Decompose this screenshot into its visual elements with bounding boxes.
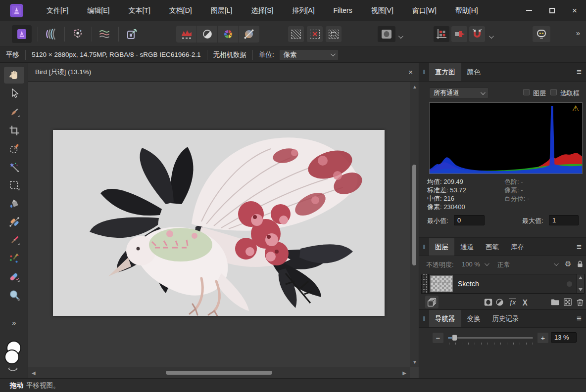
flood-select-tool[interactable] [4, 159, 24, 175]
layer-settings-gear-icon[interactable]: ⚙ [565, 260, 571, 268]
horizontal-scroll-thumb[interactable] [166, 371, 272, 375]
horizontal-scrollbar[interactable]: ◀ ▶ [28, 367, 410, 378]
tab-navigator[interactable]: 导航器 [429, 310, 461, 327]
pattern-layer-button[interactable] [561, 298, 574, 306]
panel-menu-icon[interactable]: ≡ [577, 238, 582, 256]
scroll-down-icon[interactable] [579, 288, 583, 291]
scroll-left-icon[interactable]: ◀ [32, 370, 36, 376]
units-select[interactable]: 像素 [279, 49, 339, 60]
close-button[interactable]: × [563, 0, 586, 21]
zoom-slider-track[interactable] [448, 337, 533, 339]
liquify-persona-button[interactable] [41, 25, 60, 43]
zoom-out-button[interactable]: − [433, 333, 443, 343]
clipping-warning-icon[interactable]: ⚠ [572, 104, 579, 113]
layer-name[interactable]: Sketch [458, 280, 479, 288]
scroll-up-icon[interactable]: ▲ [412, 84, 417, 89]
tab-history[interactable]: 历史记录 [487, 310, 525, 327]
export-persona-button[interactable] [122, 25, 142, 43]
document-page[interactable] [53, 130, 385, 316]
auto-white-balance-button[interactable] [239, 26, 259, 43]
layer-list-scrollbar[interactable] [577, 274, 585, 294]
tools-overflow-chevron[interactable]: » [4, 314, 24, 331]
layer-drag-handle[interactable] [422, 274, 429, 293]
marquee-select-tool[interactable] [4, 177, 24, 194]
swap-colours-icon[interactable] [6, 367, 20, 374]
snapping-options-chevron[interactable] [489, 33, 492, 40]
layer-row-sketch[interactable]: Sketch [421, 274, 578, 294]
auto-colour-button[interactable] [218, 26, 239, 43]
opacity-value[interactable]: 100 % [462, 261, 480, 268]
auto-levels-button[interactable] [176, 26, 197, 43]
colour-replacement-brush-tool[interactable] [4, 250, 24, 267]
mask-layer-button[interactable] [482, 298, 494, 306]
adjustment-layer-button[interactable] [494, 298, 506, 306]
layer-visibility-dot[interactable] [567, 281, 572, 287]
alignment-button[interactable] [434, 26, 449, 42]
paint-brush-tool[interactable] [4, 232, 24, 249]
menu-window[interactable]: 窗口[W] [403, 0, 446, 21]
zoom-in-button[interactable]: + [537, 333, 548, 343]
invert-selection-button[interactable] [326, 26, 342, 42]
min-value-input[interactable] [454, 215, 485, 225]
scroll-up-icon[interactable] [579, 276, 583, 279]
blend-mode-value[interactable]: 正常 [497, 261, 510, 269]
delete-layer-button[interactable] [574, 298, 586, 306]
vertical-scroll-thumb[interactable] [412, 165, 416, 265]
mask-options-chevron[interactable] [398, 33, 402, 40]
tone-mapping-persona-button[interactable] [95, 25, 114, 43]
document-close-icon[interactable]: × [408, 68, 413, 76]
toolbar-overflow-chevron[interactable]: » [576, 29, 580, 37]
menu-document[interactable]: 文档[D] [160, 0, 201, 21]
gradient-tool[interactable] [4, 214, 24, 230]
menu-file[interactable]: 文件[F] [37, 0, 78, 21]
snapping-button[interactable] [469, 26, 485, 42]
mask-layer-button[interactable] [378, 26, 395, 42]
deselect-button[interactable]: × [307, 26, 323, 42]
menu-arrange[interactable]: 排列[A] [283, 0, 324, 21]
select-all-button[interactable] [288, 26, 304, 42]
maximize-button[interactable] [540, 0, 563, 21]
tab-transform[interactable]: 变换 [461, 310, 487, 327]
crop-tool[interactable] [4, 122, 24, 139]
channel-select[interactable]: 所有通道 [429, 87, 488, 98]
zoom-slider-thumb[interactable] [452, 334, 457, 341]
layer-effects-button[interactable]: ƒx [506, 299, 519, 305]
canvas-viewport[interactable] [28, 82, 410, 367]
menu-layer[interactable]: 图层[L] [201, 0, 242, 21]
panel-drag-handle[interactable]: ‖ [419, 238, 429, 256]
develop-persona-button[interactable] [68, 25, 88, 43]
scroll-right-icon[interactable]: ▶ [402, 370, 406, 376]
tab-colour[interactable]: 颜色 [461, 63, 487, 81]
menu-view[interactable]: 视图[V] [362, 0, 403, 21]
duplicate-layer-button[interactable] [425, 296, 439, 308]
menu-filters[interactable]: Filters [324, 0, 362, 21]
minimize-button[interactable] [518, 0, 540, 21]
photo-persona-button[interactable] [12, 25, 32, 43]
tab-channels[interactable]: 通道 [454, 238, 480, 256]
layer-checkbox[interactable] [523, 89, 530, 95]
tab-stock[interactable]: 库存 [505, 238, 530, 256]
tab-histogram[interactable]: 直方图 [429, 63, 461, 81]
zoom-value-input[interactable] [551, 332, 577, 343]
auto-contrast-button[interactable] [197, 26, 218, 43]
document-tab[interactable]: Bird [只读] (13.1%) [35, 68, 91, 77]
tab-layers[interactable]: 图层 [429, 238, 454, 256]
group-layers-button[interactable] [549, 298, 561, 306]
panel-drag-handle[interactable]: ‖ [419, 310, 429, 327]
scroll-down-icon[interactable]: ▼ [412, 359, 417, 365]
panel-menu-icon[interactable]: ≡ [577, 310, 582, 328]
assistant-button[interactable] [533, 26, 550, 42]
menu-edit[interactable]: 编辑[E] [78, 0, 119, 21]
layer-thumbnail[interactable] [430, 275, 453, 292]
tab-brushes[interactable]: 画笔 [480, 238, 505, 256]
view-hand-tool[interactable] [4, 67, 24, 84]
erase-brush-tool[interactable] [4, 268, 24, 285]
colour-picker-tool[interactable] [4, 104, 24, 121]
max-value-input[interactable] [549, 215, 579, 225]
marquee-checkbox[interactable] [550, 89, 557, 95]
primary-colour-swatch[interactable] [4, 349, 19, 364]
panel-menu-icon[interactable]: ≡ [577, 63, 582, 82]
live-filter-button[interactable]: X [519, 298, 531, 306]
selection-brush-tool[interactable] [4, 140, 24, 157]
menu-text[interactable]: 文本[T] [119, 0, 159, 21]
